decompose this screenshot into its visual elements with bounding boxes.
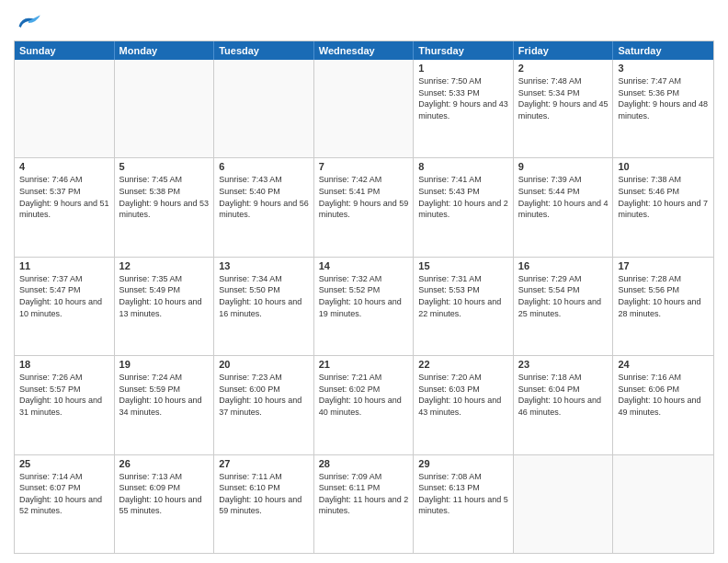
calendar-cell: 23Sunrise: 7:18 AMSunset: 6:04 PMDayligh… [514, 356, 614, 454]
day-info: Sunrise: 7:20 AMSunset: 6:03 PMDaylight:… [418, 372, 508, 418]
calendar-cell [214, 60, 314, 157]
day-info: Sunrise: 7:23 AMSunset: 6:00 PMDaylight:… [219, 372, 309, 418]
calendar-cell: 17Sunrise: 7:28 AMSunset: 5:56 PMDayligh… [613, 258, 713, 355]
weekday-header-thursday: Thursday [414, 41, 514, 60]
day-info: Sunrise: 7:11 AMSunset: 6:10 PMDaylight:… [219, 471, 309, 517]
calendar-cell: 16Sunrise: 7:29 AMSunset: 5:54 PMDayligh… [514, 258, 614, 355]
day-number: 7 [319, 161, 409, 172]
calendar-cell: 21Sunrise: 7:21 AMSunset: 6:02 PMDayligh… [314, 356, 415, 454]
calendar-cell: 19Sunrise: 7:24 AMSunset: 5:59 PMDayligh… [115, 356, 215, 454]
day-number: 26 [119, 458, 210, 469]
calendar-cell: 10Sunrise: 7:38 AMSunset: 5:46 PMDayligh… [613, 158, 713, 256]
calendar-cell: 1Sunrise: 7:50 AMSunset: 5:33 PMDaylight… [414, 60, 514, 157]
calendar-cell: 12Sunrise: 7:35 AMSunset: 5:49 PMDayligh… [115, 258, 215, 355]
day-number: 17 [618, 260, 709, 271]
day-number: 24 [618, 359, 709, 370]
calendar-row-2: 11Sunrise: 7:37 AMSunset: 5:47 PMDayligh… [15, 257, 713, 355]
day-number: 18 [19, 359, 109, 370]
calendar-cell: 3Sunrise: 7:47 AMSunset: 5:36 PMDaylight… [613, 60, 713, 157]
day-info: Sunrise: 7:42 AMSunset: 5:41 PMDaylight:… [319, 174, 409, 220]
weekday-header-tuesday: Tuesday [214, 41, 314, 60]
day-number: 9 [518, 161, 609, 172]
day-number: 4 [19, 161, 109, 172]
calendar-cell: 8Sunrise: 7:41 AMSunset: 5:43 PMDaylight… [414, 158, 514, 256]
calendar-cell: 20Sunrise: 7:23 AMSunset: 6:00 PMDayligh… [214, 356, 314, 454]
calendar-header: SundayMondayTuesdayWednesdayThursdayFrid… [15, 41, 713, 60]
day-info: Sunrise: 7:37 AMSunset: 5:47 PMDaylight:… [19, 273, 109, 319]
calendar-cell: 15Sunrise: 7:31 AMSunset: 5:53 PMDayligh… [414, 258, 514, 355]
day-number: 14 [319, 260, 409, 271]
calendar-cell: 22Sunrise: 7:20 AMSunset: 6:03 PMDayligh… [414, 356, 514, 454]
calendar-cell [613, 455, 713, 553]
calendar-cell: 6Sunrise: 7:43 AMSunset: 5:40 PMDaylight… [214, 158, 314, 256]
calendar-cell: 26Sunrise: 7:13 AMSunset: 6:09 PMDayligh… [115, 455, 215, 553]
calendar-cell: 24Sunrise: 7:16 AMSunset: 6:06 PMDayligh… [613, 356, 713, 454]
weekday-header-wednesday: Wednesday [314, 41, 415, 60]
day-number: 20 [219, 359, 309, 370]
day-number: 19 [119, 359, 210, 370]
calendar-cell [15, 60, 115, 157]
day-number: 16 [518, 260, 609, 271]
calendar-cell: 7Sunrise: 7:42 AMSunset: 5:41 PMDaylight… [314, 158, 415, 256]
day-info: Sunrise: 7:28 AMSunset: 5:56 PMDaylight:… [618, 273, 709, 319]
logo [14, 13, 41, 33]
day-info: Sunrise: 7:32 AMSunset: 5:52 PMDaylight:… [319, 273, 409, 319]
day-info: Sunrise: 7:29 AMSunset: 5:54 PMDaylight:… [518, 273, 609, 319]
calendar-row-1: 4Sunrise: 7:46 AMSunset: 5:37 PMDaylight… [15, 157, 713, 256]
calendar-cell: 14Sunrise: 7:32 AMSunset: 5:52 PMDayligh… [314, 258, 415, 355]
day-info: Sunrise: 7:24 AMSunset: 5:59 PMDaylight:… [119, 372, 210, 418]
day-info: Sunrise: 7:14 AMSunset: 6:07 PMDaylight:… [19, 471, 109, 517]
day-number: 13 [219, 260, 309, 271]
weekday-header-sunday: Sunday [15, 41, 115, 60]
day-info: Sunrise: 7:08 AMSunset: 6:13 PMDaylight:… [418, 471, 508, 517]
day-number: 11 [19, 260, 109, 271]
calendar-row-4: 25Sunrise: 7:14 AMSunset: 6:07 PMDayligh… [15, 454, 713, 553]
day-info: Sunrise: 7:26 AMSunset: 5:57 PMDaylight:… [19, 372, 109, 418]
header [14, 9, 714, 33]
weekday-header-saturday: Saturday [613, 41, 713, 60]
page: SundayMondayTuesdayWednesdayThursdayFrid… [0, 0, 728, 563]
calendar-cell: 9Sunrise: 7:39 AMSunset: 5:44 PMDaylight… [514, 158, 614, 256]
day-info: Sunrise: 7:09 AMSunset: 6:11 PMDaylight:… [319, 471, 409, 517]
day-number: 10 [618, 161, 709, 172]
calendar-cell: 4Sunrise: 7:46 AMSunset: 5:37 PMDaylight… [15, 158, 115, 256]
day-info: Sunrise: 7:35 AMSunset: 5:49 PMDaylight:… [119, 273, 210, 319]
day-info: Sunrise: 7:43 AMSunset: 5:40 PMDaylight:… [219, 174, 309, 220]
day-info: Sunrise: 7:21 AMSunset: 6:02 PMDaylight:… [319, 372, 409, 418]
day-info: Sunrise: 7:48 AMSunset: 5:34 PMDaylight:… [518, 75, 609, 121]
day-info: Sunrise: 7:38 AMSunset: 5:46 PMDaylight:… [618, 174, 709, 220]
day-info: Sunrise: 7:46 AMSunset: 5:37 PMDaylight:… [19, 174, 109, 220]
day-info: Sunrise: 7:39 AMSunset: 5:44 PMDaylight:… [518, 174, 609, 220]
day-info: Sunrise: 7:31 AMSunset: 5:53 PMDaylight:… [418, 273, 508, 319]
calendar-cell [314, 60, 415, 157]
calendar-row-0: 1Sunrise: 7:50 AMSunset: 5:33 PMDaylight… [15, 60, 713, 157]
day-number: 28 [319, 458, 409, 469]
day-info: Sunrise: 7:45 AMSunset: 5:38 PMDaylight:… [119, 174, 210, 220]
day-number: 1 [418, 63, 508, 74]
calendar-cell [115, 60, 215, 157]
calendar-cell: 18Sunrise: 7:26 AMSunset: 5:57 PMDayligh… [15, 356, 115, 454]
day-info: Sunrise: 7:50 AMSunset: 5:33 PMDaylight:… [418, 75, 508, 121]
calendar-body: 1Sunrise: 7:50 AMSunset: 5:33 PMDaylight… [15, 60, 713, 553]
day-info: Sunrise: 7:16 AMSunset: 6:06 PMDaylight:… [618, 372, 709, 418]
calendar-cell: 28Sunrise: 7:09 AMSunset: 6:11 PMDayligh… [314, 455, 415, 553]
calendar-cell: 2Sunrise: 7:48 AMSunset: 5:34 PMDaylight… [514, 60, 614, 157]
day-info: Sunrise: 7:13 AMSunset: 6:09 PMDaylight:… [119, 471, 210, 517]
day-number: 23 [518, 359, 609, 370]
logo-bird-icon [16, 13, 41, 33]
calendar-cell: 29Sunrise: 7:08 AMSunset: 6:13 PMDayligh… [414, 455, 514, 553]
day-number: 12 [119, 260, 210, 271]
day-number: 21 [319, 359, 409, 370]
day-info: Sunrise: 7:47 AMSunset: 5:36 PMDaylight:… [618, 75, 709, 121]
day-info: Sunrise: 7:18 AMSunset: 6:04 PMDaylight:… [518, 372, 609, 418]
day-number: 8 [418, 161, 508, 172]
day-number: 29 [418, 458, 508, 469]
calendar-cell: 11Sunrise: 7:37 AMSunset: 5:47 PMDayligh… [15, 258, 115, 355]
day-info: Sunrise: 7:34 AMSunset: 5:50 PMDaylight:… [219, 273, 309, 319]
day-number: 2 [518, 63, 609, 74]
weekday-header-monday: Monday [115, 41, 215, 60]
calendar-cell: 27Sunrise: 7:11 AMSunset: 6:10 PMDayligh… [214, 455, 314, 553]
weekday-header-friday: Friday [514, 41, 614, 60]
calendar: SundayMondayTuesdayWednesdayThursdayFrid… [14, 40, 714, 554]
day-number: 27 [219, 458, 309, 469]
